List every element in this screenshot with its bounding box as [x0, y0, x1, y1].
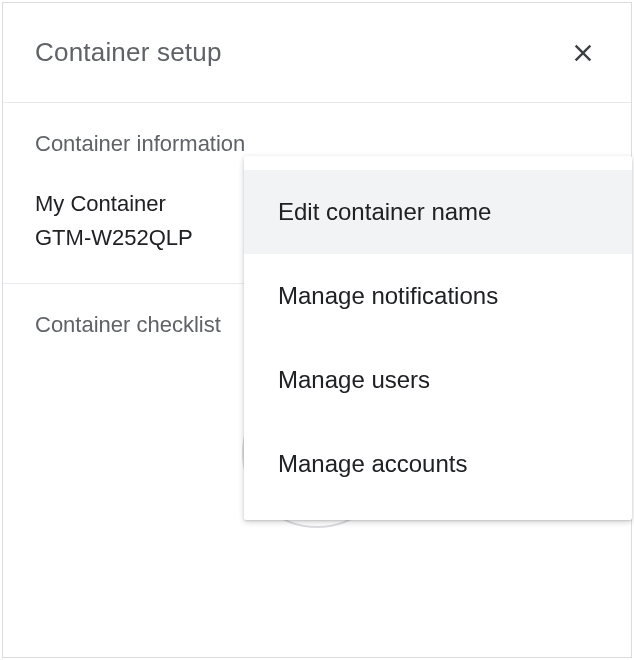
container-actions-menu: Edit container name Manage notifications… — [244, 156, 632, 520]
panel-title: Container setup — [35, 37, 222, 68]
menu-item-manage-accounts[interactable]: Manage accounts — [244, 422, 632, 506]
menu-item-manage-users[interactable]: Manage users — [244, 338, 632, 422]
close-button[interactable] — [567, 37, 599, 69]
close-icon — [569, 39, 597, 67]
container-information-label: Container information — [35, 131, 599, 157]
panel-header: Container setup — [3, 3, 631, 103]
menu-item-manage-notifications[interactable]: Manage notifications — [244, 254, 632, 338]
menu-item-edit-container-name[interactable]: Edit container name — [244, 170, 632, 254]
